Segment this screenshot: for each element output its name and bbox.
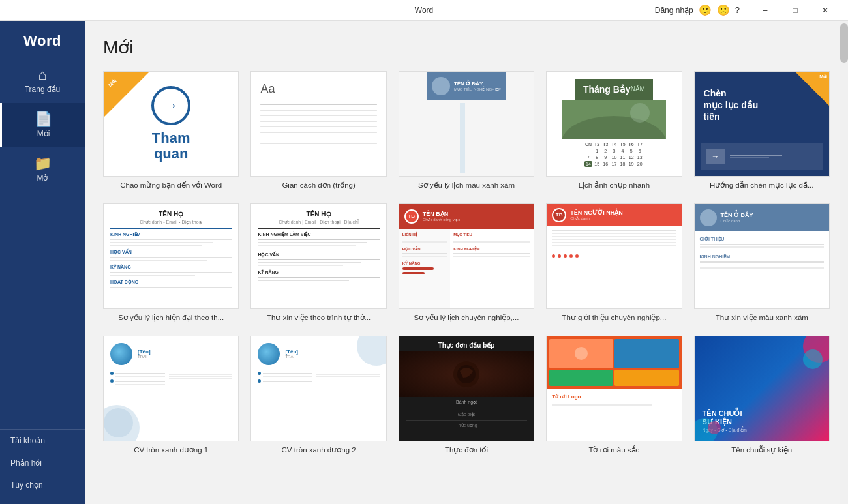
sidebar-bottom: Tài khoản Phản hồi Tùy chọn [0, 429, 85, 504]
template-card-13[interactable]: Thực đơn đầu bếp Bánh ngọt Đặc biệt [399, 336, 534, 455]
template-label-5: Hướng dẫn chèn mục lục đầ... [694, 181, 830, 190]
template-label-10: Thư xin việc màu xanh xám [694, 313, 830, 323]
home-icon: ⌂ [38, 68, 46, 82]
app-title: Word [415, 6, 433, 15]
template-card-3[interactable]: TÊN Ở ĐÂY MỤC TIÊU NGHỀ NGHIỆP [399, 71, 534, 190]
main-content: Mới Mới → Thamquan Chào mừng bạn đến với… [85, 21, 848, 504]
template-thumb-3[interactable]: TÊN Ở ĐÂY MỤC TIÊU NGHỀ NGHIỆP [399, 71, 534, 177]
template-label-4: Lịch ảnh chụp nhanh [546, 181, 682, 190]
template-thumb-2[interactable]: Aa [250, 71, 386, 177]
template-thumb-11[interactable]: [Tên] TRAI [103, 336, 239, 441]
template-thumb-10[interactable]: TÊN Ở ĐÂY Chức danh GIỚI THIỆU KINH NGHI… [694, 203, 830, 309]
template-label-15: Tên chuỗi sự kiện [694, 445, 830, 455]
template-thumb-9[interactable]: TB TÊN NGƯỜI NHẬN Chức danh [546, 203, 682, 309]
svg-point-2 [630, 103, 650, 123]
template-card-14[interactable]: Tờ rơi Logo Tờ rơi màu sắc [546, 336, 682, 455]
template-grid: Mới → Thamquan Chào mừng bạn đến với Wor… [103, 71, 830, 455]
scrollbar-thumb[interactable] [840, 23, 848, 63]
cv-avatar-3 [432, 77, 450, 95]
help-icon[interactable]: ? [735, 5, 740, 15]
template-label-3: Sơ yếu lý lịch màu xanh xám [399, 181, 534, 190]
template-label-2: Giãn cách đơn (trống) [250, 181, 386, 190]
template-label-11: CV tròn xanh dương 1 [103, 445, 239, 455]
signin-link[interactable]: Đăng nhập [655, 6, 693, 15]
template-thumb-15[interactable]: TÊN CHUỖISỰ KIỆN Ngày • Giờ • Địa điểm [694, 336, 830, 441]
sidebar-logo: Word [0, 21, 85, 59]
template-card-8[interactable]: TB TÊN BẠN Chức danh công việc LIÊN HỆ [399, 203, 534, 323]
smiley-icon[interactable]: 🙂 [699, 4, 712, 16]
template-label-13: Thực đơn tối [399, 445, 534, 455]
template-card-1[interactable]: Mới → Thamquan Chào mừng bạn đến với Wor… [103, 71, 239, 190]
sidebar: Word ⌂ Trang đầu 📄 Mới 📁 Mở Tài khoản Ph… [0, 21, 85, 504]
template-thumb-6[interactable]: TÊN HỌ Chức danh • Email • Điện thoại KI… [103, 203, 239, 309]
template-card-4[interactable]: Tháng Bảy NĂM [546, 71, 682, 190]
template-thumb-7[interactable]: TÊN HỌ Chức danh | Email | Điện thoại | … [250, 203, 386, 309]
template-card-9[interactable]: TB TÊN NGƯỜI NHẬN Chức danh [546, 203, 682, 323]
sidebar-item-home[interactable]: ⌂ Trang đầu [0, 59, 85, 103]
minimize-button[interactable]: – [750, 0, 780, 21]
template-card-15[interactable]: TÊN CHUỖISỰ KIỆN Ngày • Giờ • Địa điểm T… [694, 336, 830, 455]
template-thumb-8[interactable]: TB TÊN BẠN Chức danh công việc LIÊN HỆ [399, 203, 534, 309]
sidebar-item-new[interactable]: 📄 Mới [0, 103, 85, 147]
template-label-1: Chào mừng bạn đến với Word [103, 181, 239, 190]
close-button[interactable]: ✕ [810, 0, 840, 21]
sidebar-item-account[interactable]: Tài khoản [0, 430, 85, 452]
sidebar-item-feedback[interactable]: Phản hồi [0, 452, 85, 474]
arrow-icon: → [151, 86, 190, 125]
template-card-5[interactable]: Mới Chènmục lục đầutiên → [694, 71, 830, 190]
template-thumb-4[interactable]: Tháng Bảy NĂM [546, 71, 682, 177]
open-label: Mở [37, 173, 48, 183]
template-card-7[interactable]: TÊN HỌ Chức danh | Email | Điện thoại | … [250, 203, 386, 323]
maximize-button[interactable]: □ [780, 0, 810, 21]
template-thumb-1[interactable]: Mới → Thamquan [103, 71, 239, 177]
sidebar-item-options[interactable]: Tùy chọn [0, 474, 85, 496]
new-doc-icon: 📄 [35, 112, 52, 126]
sidebar-nav: ⌂ Trang đầu 📄 Mới 📁 Mở [0, 59, 85, 429]
template-thumb-12[interactable]: [Tên] TRAI [250, 336, 386, 441]
template-card-10[interactable]: TÊN Ở ĐÂY Chức danh GIỚI THIỆU KINH NGHI… [694, 203, 830, 323]
template-card-11[interactable]: [Tên] TRAI [103, 336, 239, 455]
sidebar-item-open[interactable]: 📁 Mở [0, 147, 85, 192]
template-label-14: Tờ rơi màu sắc [546, 445, 682, 455]
scrollbar-track[interactable] [840, 21, 848, 504]
folder-icon: 📁 [34, 156, 52, 171]
template-card-12[interactable]: [Tên] TRAI [250, 336, 386, 455]
template-label-7: Thư xin việc theo trình tự thờ... [250, 313, 386, 323]
template-thumb-13[interactable]: Thực đơn đầu bếp Bánh ngọt Đặc biệt [399, 336, 534, 441]
template-label-9: Thư giới thiệu chuyên nghiệp... [546, 313, 682, 323]
home-label: Trang đầu [25, 85, 61, 94]
frown-icon[interactable]: 🙁 [717, 4, 730, 16]
template-card-2[interactable]: Aa [250, 71, 386, 190]
title-bar: Word Đăng nhập 🙂 🙁 ? – □ ✕ [0, 0, 848, 21]
template-label-12: CV tròn xanh dương 2 [250, 445, 386, 455]
page-title: Mới [103, 37, 830, 58]
template-label-6: Sơ yếu lý lịch hiện đại theo th... [103, 313, 239, 323]
template-thumb-5[interactable]: Mới Chènmục lục đầutiên → [694, 71, 830, 177]
template-label-8: Sơ yếu lý lịch chuyên nghiệp,... [399, 313, 534, 323]
window-controls: – □ ✕ [750, 0, 840, 21]
template-card-6[interactable]: TÊN HỌ Chức danh • Email • Điện thoại KI… [103, 203, 239, 323]
new-label: Mới [37, 129, 50, 138]
template-thumb-14[interactable]: Tờ rơi Logo [546, 336, 682, 441]
